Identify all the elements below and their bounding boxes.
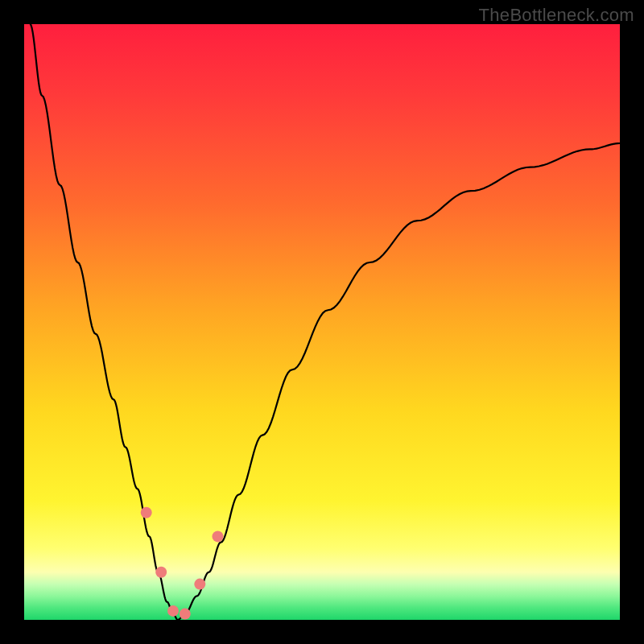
curve-right <box>178 143 620 620</box>
chart-frame: TheBottleneck.com <box>0 0 644 644</box>
marker-dot <box>167 605 179 617</box>
curve-svg <box>24 24 620 620</box>
marker-group <box>138 488 227 620</box>
plot-area <box>24 24 620 620</box>
marker-dot <box>194 579 205 590</box>
marker-dot <box>180 609 191 620</box>
marker-capsule <box>221 509 227 522</box>
marker-dot <box>141 507 152 518</box>
marker-dot <box>155 567 167 578</box>
curve-left <box>30 24 178 620</box>
bottleneck-curve <box>30 24 620 620</box>
watermark-text: TheBottleneck.com <box>479 5 634 26</box>
marker-dot <box>213 530 224 542</box>
